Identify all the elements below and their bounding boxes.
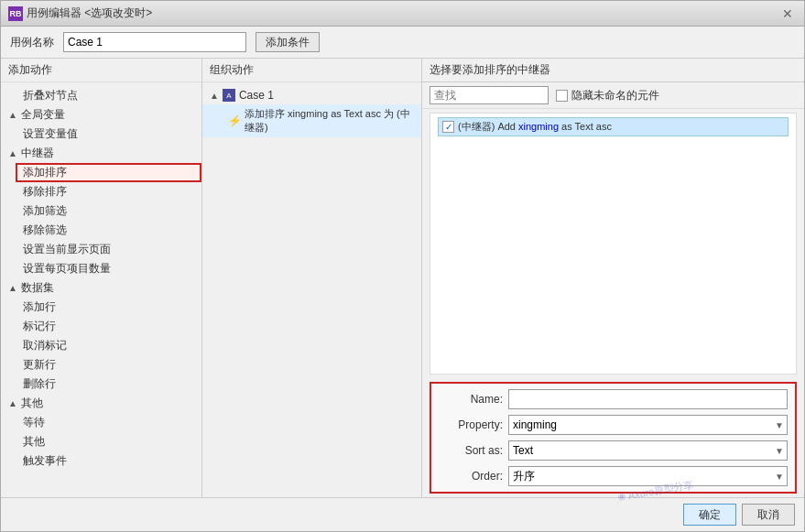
tree-group-relay[interactable]: ▲ 中继器 <box>1 144 201 163</box>
tree-item-other[interactable]: 其他 <box>16 432 201 451</box>
app-icon: RB <box>8 6 23 21</box>
sort-as-label: Sort as: <box>439 444 503 457</box>
sort-as-row: Sort as: Text Number Date ▼ <box>439 440 788 461</box>
name-input[interactable] <box>508 389 788 409</box>
left-panel-header: 添加动作 <box>1 59 201 82</box>
tree-item-wait[interactable]: 等待 <box>16 413 201 432</box>
case-arrow-icon: ▲ <box>210 91 219 101</box>
left-panel: 添加动作 折叠对节点 ▲ 全局变量 设置变量值 ▲ 中继器 添加排序 <box>1 59 202 497</box>
tree-group-global-var[interactable]: ▲ 全局变量 <box>1 105 201 125</box>
config-form: Name: Property: xingming field2 field3 ▼ <box>430 382 797 494</box>
case-icon: A <box>223 89 235 102</box>
relay-list-item[interactable]: ✓ (中继器) Add xingming as Text asc <box>438 117 789 136</box>
tree-item-unmark[interactable]: 取消标记 <box>16 336 201 355</box>
property-select[interactable]: xingming field2 field3 <box>508 415 788 435</box>
case-header[interactable]: ▲ A Case 1 <box>202 86 421 104</box>
case-tree: ▲ A Case 1 ⚡ 添加排序 xingming as Text asc 为… <box>202 82 421 497</box>
sort-as-select[interactable]: Text Number Date <box>508 440 788 461</box>
case-name-input[interactable] <box>63 32 246 52</box>
property-row: Property: xingming field2 field3 ▼ <box>439 415 788 435</box>
tree-item-set-page[interactable]: 设置当前显示页面 <box>16 240 201 259</box>
action-lightning-icon: ⚡ <box>228 114 241 127</box>
name-row: Name: <box>439 389 788 409</box>
tree-item-trigger[interactable]: 触发事件 <box>16 451 201 471</box>
arrow-relay: ▲ <box>8 148 17 158</box>
tree-item-add-row[interactable]: 添加行 <box>16 298 201 317</box>
property-select-wrapper: xingming field2 field3 ▼ <box>508 415 788 435</box>
tree-item-set-page-size[interactable]: 设置每页项目数量 <box>16 259 201 278</box>
tree-item-add-sort[interactable]: 添加排序 <box>16 163 201 182</box>
relay-search-input[interactable] <box>430 86 549 104</box>
dialog-title: 用例编辑器 <选项改变时> <box>27 5 152 21</box>
middle-panel-header: 组织动作 <box>202 59 421 82</box>
case-name-label: 用例名称 <box>10 35 54 50</box>
tree-children-other: 等待 其他 触发事件 <box>1 413 201 471</box>
confirm-button[interactable]: 确定 <box>683 504 736 526</box>
order-row: Order: 升序 降序 ▼ <box>439 466 788 486</box>
tree-children-dataset: 添加行 标记行 取消标记 更新行 删除行 <box>1 298 201 394</box>
arrow-other: ▲ <box>8 398 17 408</box>
relay-list: ✓ (中继器) Add xingming as Text asc <box>430 113 797 375</box>
close-button[interactable]: ✕ <box>778 5 797 23</box>
tree-item-mark-row[interactable]: 标记行 <box>16 317 201 336</box>
main-dialog: RB 用例编辑器 <选项改变时> ✕ 用例名称 添加条件 添加动作 折叠对节点 … <box>0 0 805 532</box>
arrow-dataset: ▲ <box>8 283 17 293</box>
title-bar-left: RB 用例编辑器 <选项改变时> <box>8 5 152 21</box>
tree-children-global-var: 设置变量值 <box>1 125 201 144</box>
hide-unnamed-label: 隐藏未命名的元件 <box>571 88 659 103</box>
title-bar: RB 用例编辑器 <选项改变时> ✕ <box>1 1 804 27</box>
right-search-row: 隐藏未命名的元件 <box>422 82 804 109</box>
right-panel-header: 选择要添加排序的中继器 <box>422 59 804 82</box>
add-condition-button[interactable]: 添加条件 <box>256 32 320 52</box>
relay-item-text: (中继器) Add xingming as Text asc <box>458 120 612 134</box>
tree-group-other[interactable]: ▲ 其他 <box>1 394 201 413</box>
bottom-bar: ❀ Axure原型分享 确定 取消 <box>1 497 804 531</box>
relay-item-checkbox[interactable]: ✓ <box>442 121 454 133</box>
tree-item-remove-sort[interactable]: 移除排序 <box>16 182 201 201</box>
right-panel: 选择要添加排序的中继器 隐藏未命名的元件 ✓ (中继器) Add xingmin… <box>422 59 804 497</box>
tree-item-update-row[interactable]: 更新行 <box>16 355 201 375</box>
middle-panel: 组织动作 ▲ A Case 1 ⚡ 添加排序 xingming as Text … <box>202 59 422 497</box>
case-action-item[interactable]: ⚡ 添加排序 xingming as Text asc 为 (中继器) <box>202 104 421 137</box>
tree-children-relay: 添加排序 移除排序 添加筛选 移除筛选 设置当前显示页面 设置每页项目数量 <box>1 163 201 278</box>
cancel-button[interactable]: 取消 <box>742 504 795 526</box>
property-label: Property: <box>439 418 503 431</box>
tree-item-remove-filter[interactable]: 移除筛选 <box>16 221 201 240</box>
order-select[interactable]: 升序 降序 <box>508 466 788 486</box>
order-label: Order: <box>439 470 503 483</box>
sort-as-select-wrapper: Text Number Date ▼ <box>508 440 788 461</box>
tree-item-set-var[interactable]: 设置变量值 <box>16 125 201 144</box>
hide-unnamed-container: 隐藏未命名的元件 <box>556 88 659 103</box>
hide-unnamed-checkbox[interactable] <box>556 90 568 102</box>
arrow-global-var: ▲ <box>8 110 17 120</box>
order-select-wrapper: 升序 降序 ▼ <box>508 466 788 486</box>
name-label: Name: <box>439 393 503 406</box>
tree-group-dataset[interactable]: ▲ 数据集 <box>1 278 201 298</box>
main-area: 添加动作 折叠对节点 ▲ 全局变量 设置变量值 ▲ 中继器 添加排序 <box>1 59 804 497</box>
action-tree: 折叠对节点 ▲ 全局变量 设置变量值 ▲ 中继器 添加排序 移除排序 添加筛选 <box>1 82 201 497</box>
tree-item-add-filter[interactable]: 添加筛选 <box>16 201 201 221</box>
toolbar: 用例名称 添加条件 <box>1 27 804 59</box>
tree-item-collapse[interactable]: 折叠对节点 <box>1 86 201 105</box>
tree-item-delete-row[interactable]: 删除行 <box>16 375 201 394</box>
